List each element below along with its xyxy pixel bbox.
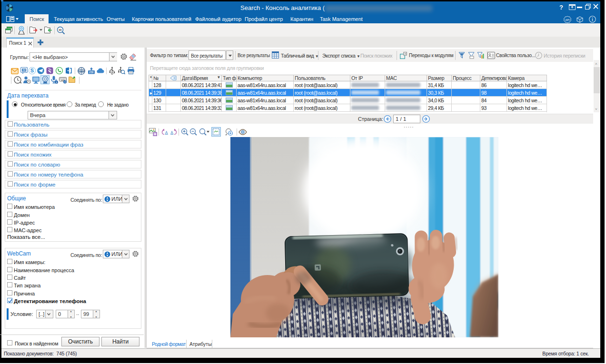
svg-text:FTP: FTP [89,71,94,74]
svg-text:API: API [566,19,570,21]
svg-text:S: S [30,68,34,73]
svg-text:ID: ID [59,29,62,31]
svg-text:IM: IM [22,69,26,71]
svg-text:HTTP: HTTP [79,69,84,72]
